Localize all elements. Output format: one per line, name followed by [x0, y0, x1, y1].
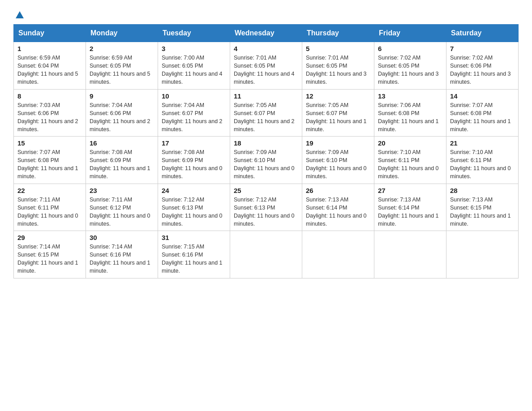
calendar-cell: 10 Sunrise: 7:04 AMSunset: 6:07 PMDaylig… [158, 89, 230, 137]
day-info: Sunrise: 7:14 AMSunset: 6:16 PMDaylight:… [90, 244, 150, 274]
calendar-cell: 5 Sunrise: 7:01 AMSunset: 6:05 PMDayligh… [302, 42, 374, 90]
calendar-cell: 23 Sunrise: 7:11 AMSunset: 6:12 PMDaylig… [86, 184, 158, 231]
day-info: Sunrise: 7:11 AMSunset: 6:11 PMDaylight:… [17, 197, 78, 227]
day-header-sunday: Sunday [14, 25, 86, 42]
day-number: 14 [450, 92, 515, 100]
day-header-saturday: Saturday [446, 25, 519, 42]
day-info: Sunrise: 7:04 AMSunset: 6:07 PMDaylight:… [162, 102, 223, 133]
day-info: Sunrise: 7:05 AMSunset: 6:07 PMDaylight:… [306, 102, 367, 133]
day-number: 28 [450, 187, 515, 194]
calendar-cell: 22 Sunrise: 7:11 AMSunset: 6:11 PMDaylig… [14, 184, 86, 231]
day-header-tuesday: Tuesday [158, 25, 230, 42]
day-number: 2 [90, 45, 154, 52]
day-info: Sunrise: 7:13 AMSunset: 6:14 PMDaylight:… [306, 197, 367, 227]
calendar-cell: 21 Sunrise: 7:10 AMSunset: 6:11 PMDaylig… [446, 137, 519, 184]
calendar-week-row: 22 Sunrise: 7:11 AMSunset: 6:11 PMDaylig… [14, 184, 519, 231]
calendar-cell: 6 Sunrise: 7:02 AMSunset: 6:05 PMDayligh… [374, 42, 446, 90]
day-number: 20 [378, 139, 442, 147]
day-info: Sunrise: 7:13 AMSunset: 6:15 PMDaylight:… [450, 197, 511, 227]
calendar-cell [446, 231, 519, 278]
day-number: 29 [17, 234, 82, 241]
day-number: 1 [17, 45, 82, 52]
calendar-cell: 24 Sunrise: 7:12 AMSunset: 6:13 PMDaylig… [158, 184, 230, 231]
day-info: Sunrise: 6:59 AMSunset: 6:05 PMDaylight:… [90, 55, 150, 85]
day-number: 30 [90, 234, 154, 241]
day-number: 12 [306, 92, 370, 100]
day-info: Sunrise: 7:01 AMSunset: 6:05 PMDaylight:… [306, 55, 367, 85]
day-info: Sunrise: 7:14 AMSunset: 6:15 PMDaylight:… [17, 244, 78, 274]
day-number: 25 [234, 187, 298, 194]
day-info: Sunrise: 6:59 AMSunset: 6:04 PMDaylight:… [17, 55, 78, 85]
calendar-week-row: 29 Sunrise: 7:14 AMSunset: 6:15 PMDaylig… [14, 231, 519, 278]
calendar-cell: 3 Sunrise: 7:00 AMSunset: 6:05 PMDayligh… [158, 42, 230, 90]
calendar-cell: 27 Sunrise: 7:13 AMSunset: 6:14 PMDaylig… [374, 184, 446, 231]
calendar-table: SundayMondayTuesdayWednesdayThursdayFrid… [13, 24, 519, 278]
day-number: 23 [90, 187, 154, 194]
day-number: 16 [90, 139, 154, 147]
calendar-cell: 20 Sunrise: 7:10 AMSunset: 6:11 PMDaylig… [374, 137, 446, 184]
day-info: Sunrise: 7:09 AMSunset: 6:10 PMDaylight:… [234, 149, 295, 180]
day-number: 4 [234, 45, 298, 52]
calendar-cell: 16 Sunrise: 7:08 AMSunset: 6:09 PMDaylig… [86, 137, 158, 184]
day-info: Sunrise: 7:03 AMSunset: 6:06 PMDaylight:… [17, 102, 78, 133]
day-info: Sunrise: 7:05 AMSunset: 6:07 PMDaylight:… [234, 102, 295, 133]
calendar-cell: 4 Sunrise: 7:01 AMSunset: 6:05 PMDayligh… [230, 42, 302, 90]
day-number: 31 [162, 234, 226, 241]
calendar-week-row: 15 Sunrise: 7:07 AMSunset: 6:08 PMDaylig… [14, 137, 519, 184]
day-number: 5 [306, 45, 370, 52]
day-number: 17 [162, 139, 226, 147]
day-info: Sunrise: 7:02 AMSunset: 6:05 PMDaylight:… [378, 55, 439, 85]
calendar-week-row: 1 Sunrise: 6:59 AMSunset: 6:04 PMDayligh… [14, 42, 519, 90]
day-info: Sunrise: 7:10 AMSunset: 6:11 PMDaylight:… [450, 149, 511, 180]
calendar-cell: 19 Sunrise: 7:09 AMSunset: 6:10 PMDaylig… [302, 137, 374, 184]
day-header-monday: Monday [86, 25, 158, 42]
day-number: 9 [90, 92, 154, 100]
day-header-thursday: Thursday [302, 25, 374, 42]
calendar-cell: 11 Sunrise: 7:05 AMSunset: 6:07 PMDaylig… [230, 89, 302, 137]
day-info: Sunrise: 7:08 AMSunset: 6:09 PMDaylight:… [162, 149, 223, 180]
day-header-friday: Friday [374, 25, 446, 42]
calendar-cell: 18 Sunrise: 7:09 AMSunset: 6:10 PMDaylig… [230, 137, 302, 184]
day-number: 19 [306, 139, 370, 147]
calendar-cell: 28 Sunrise: 7:13 AMSunset: 6:15 PMDaylig… [446, 184, 519, 231]
day-info: Sunrise: 7:10 AMSunset: 6:11 PMDaylight:… [378, 149, 439, 180]
calendar-cell: 15 Sunrise: 7:07 AMSunset: 6:08 PMDaylig… [14, 137, 86, 184]
calendar-cell [230, 231, 302, 278]
calendar-week-row: 8 Sunrise: 7:03 AMSunset: 6:06 PMDayligh… [14, 89, 519, 137]
day-info: Sunrise: 7:00 AMSunset: 6:05 PMDaylight:… [162, 55, 223, 85]
day-info: Sunrise: 7:06 AMSunset: 6:08 PMDaylight:… [378, 102, 439, 133]
day-number: 11 [234, 92, 298, 100]
svg-marker-0 [16, 11, 24, 18]
day-info: Sunrise: 7:07 AMSunset: 6:08 PMDaylight:… [17, 149, 78, 180]
calendar-cell: 2 Sunrise: 6:59 AMSunset: 6:05 PMDayligh… [86, 42, 158, 90]
day-info: Sunrise: 7:08 AMSunset: 6:09 PMDaylight:… [90, 149, 150, 180]
day-number: 22 [17, 187, 82, 194]
day-number: 6 [378, 45, 442, 52]
calendar-cell: 25 Sunrise: 7:12 AMSunset: 6:13 PMDaylig… [230, 184, 302, 231]
logo-triangle-icon [15, 10, 25, 20]
calendar-cell: 29 Sunrise: 7:14 AMSunset: 6:15 PMDaylig… [14, 231, 86, 278]
calendar-cell: 31 Sunrise: 7:15 AMSunset: 6:16 PMDaylig… [158, 231, 230, 278]
day-info: Sunrise: 7:12 AMSunset: 6:13 PMDaylight:… [234, 197, 295, 227]
day-number: 21 [450, 139, 515, 147]
calendar-cell: 1 Sunrise: 6:59 AMSunset: 6:04 PMDayligh… [14, 42, 86, 90]
day-number: 18 [234, 139, 298, 147]
day-info: Sunrise: 7:07 AMSunset: 6:08 PMDaylight:… [450, 102, 511, 133]
day-number: 10 [162, 92, 226, 100]
day-number: 7 [450, 45, 515, 52]
logo [13, 9, 25, 17]
day-info: Sunrise: 7:04 AMSunset: 6:06 PMDaylight:… [90, 102, 150, 133]
day-number: 24 [162, 187, 226, 194]
calendar-header-row: SundayMondayTuesdayWednesdayThursdayFrid… [14, 25, 519, 42]
calendar-cell: 7 Sunrise: 7:02 AMSunset: 6:06 PMDayligh… [446, 42, 519, 90]
calendar-cell [302, 231, 374, 278]
calendar-cell: 30 Sunrise: 7:14 AMSunset: 6:16 PMDaylig… [86, 231, 158, 278]
day-number: 8 [17, 92, 82, 100]
calendar-cell [374, 231, 446, 278]
day-number: 13 [378, 92, 442, 100]
day-info: Sunrise: 7:11 AMSunset: 6:12 PMDaylight:… [90, 197, 150, 227]
day-info: Sunrise: 7:13 AMSunset: 6:14 PMDaylight:… [378, 197, 439, 227]
calendar-cell: 14 Sunrise: 7:07 AMSunset: 6:08 PMDaylig… [446, 89, 519, 137]
day-number: 15 [17, 139, 82, 147]
day-header-wednesday: Wednesday [230, 25, 302, 42]
